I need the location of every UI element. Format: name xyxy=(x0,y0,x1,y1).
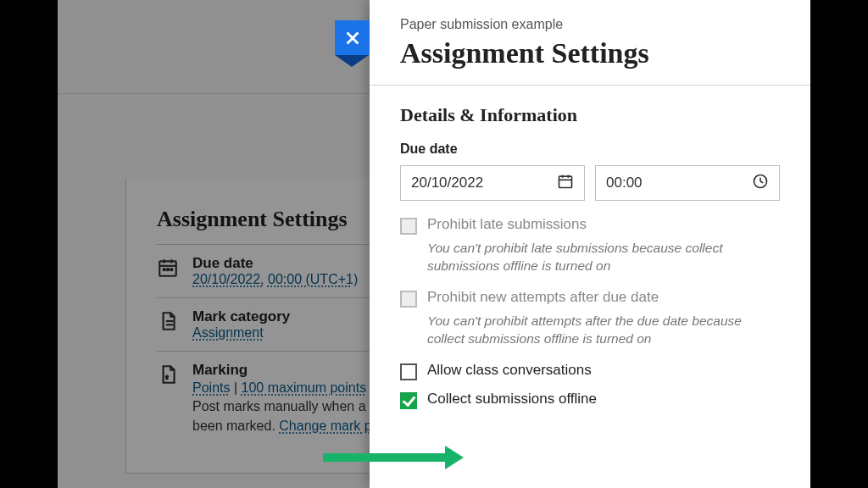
allow-conv-block: Allow class conversations xyxy=(400,362,780,380)
prohibit-new-checkbox xyxy=(400,291,417,308)
calendar-icon xyxy=(557,173,574,194)
clock-icon xyxy=(752,173,769,194)
prohibit-new-label: Prohibit new attempts after due date xyxy=(427,289,659,306)
app-stage: Assignment Settings Due date 20/10/2022,… xyxy=(58,0,810,488)
due-date-value: 20/10/2022 xyxy=(411,175,483,191)
close-button[interactable] xyxy=(335,20,370,55)
allow-conversations-checkbox[interactable] xyxy=(400,363,417,380)
prohibit-new-hint: You can't prohibit attempts after the du… xyxy=(400,313,780,348)
panel-title: Assignment Settings xyxy=(400,37,780,69)
panel-header: Paper submission example Assignment Sett… xyxy=(370,0,810,86)
panel-pretitle: Paper submission example xyxy=(400,17,780,32)
prohibit-late-hint: You can't prohibit late submissions beca… xyxy=(400,240,780,275)
prohibit-new-block: Prohibit new attempts after due date You… xyxy=(400,289,780,348)
section-heading: Details & Information xyxy=(400,104,780,126)
allow-conversations-label: Allow class conversations xyxy=(427,362,592,379)
svg-rect-11 xyxy=(559,176,572,187)
settings-panel: Paper submission example Assignment Sett… xyxy=(370,0,810,488)
due-time-value: 00:00 xyxy=(606,175,643,191)
due-date-label: Due date xyxy=(400,141,780,157)
collect-offline-checkbox[interactable] xyxy=(400,392,417,409)
panel-body: Details & Information Due date 20/10/202… xyxy=(370,86,810,423)
due-time-input[interactable]: 00:00 xyxy=(595,165,780,201)
prohibit-late-block: Prohibit late submissions You can't proh… xyxy=(400,216,780,275)
due-date-input[interactable]: 20/10/2022 xyxy=(400,165,585,201)
collect-offline-block: Collect submissions offline xyxy=(400,391,780,409)
svg-line-17 xyxy=(760,181,763,183)
collect-offline-label: Collect submissions offline xyxy=(427,391,597,408)
prohibit-late-label: Prohibit late submissions xyxy=(427,216,587,233)
close-icon xyxy=(343,29,362,47)
prohibit-late-checkbox xyxy=(400,218,417,235)
